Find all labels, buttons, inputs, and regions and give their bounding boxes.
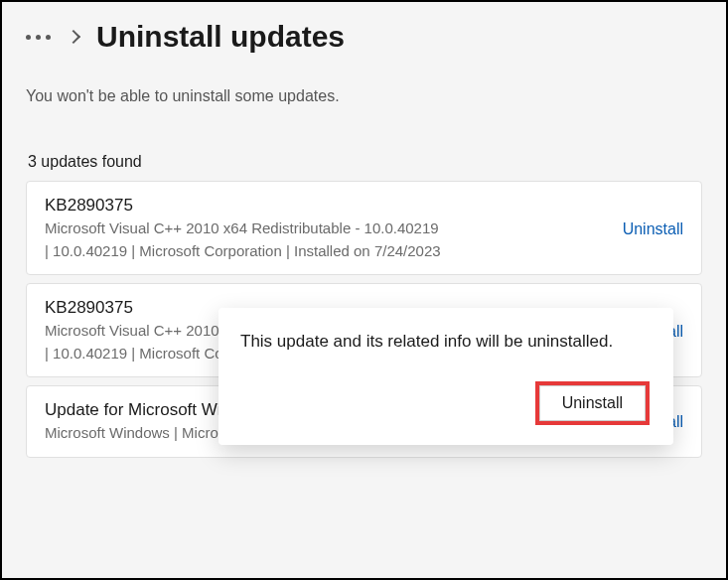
confirm-uninstall-button[interactable]: Uninstall: [539, 385, 646, 421]
highlight-box: Uninstall: [535, 381, 650, 425]
info-text: You won't be able to uninstall some upda…: [26, 87, 702, 105]
uninstall-link[interactable]: Uninstall: [623, 220, 683, 238]
page-title: Uninstall updates: [96, 20, 345, 54]
update-title: KB2890375: [45, 196, 611, 216]
breadcrumb-header: Uninstall updates: [26, 20, 702, 54]
more-icon[interactable]: [26, 35, 51, 40]
dialog-message: This update and its related info will be…: [240, 330, 650, 354]
updates-count: 3 updates found: [26, 153, 702, 171]
chevron-right-icon: [67, 30, 80, 44]
update-card: KB2890375 Microsoft Visual C++ 2010 x64 …: [26, 181, 702, 275]
update-subtitle: Microsoft Visual C++ 2010 x64 Redistribu…: [45, 218, 611, 262]
confirm-dialog: This update and its related info will be…: [218, 308, 673, 445]
